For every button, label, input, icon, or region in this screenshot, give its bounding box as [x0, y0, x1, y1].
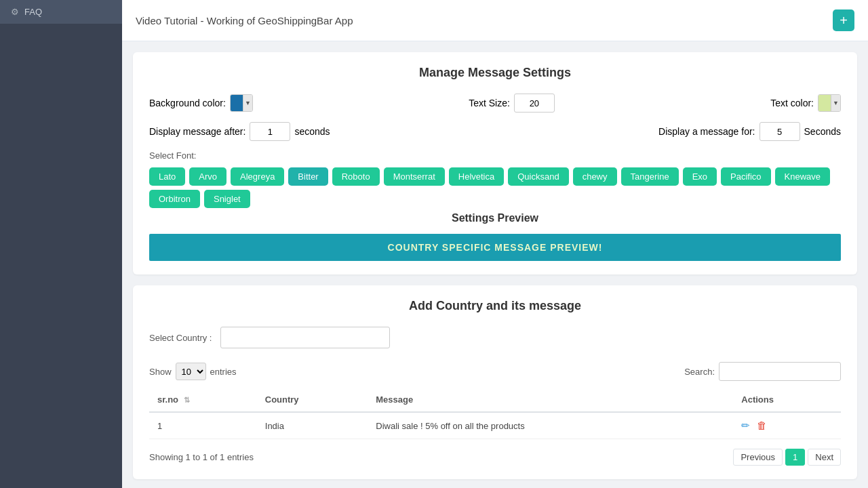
preview-title: Settings Preview [149, 212, 841, 224]
select-country-label: Select Country : [149, 333, 212, 343]
country-select-input[interactable] [220, 327, 390, 348]
font-btn-orbitron[interactable]: Orbitron [149, 190, 200, 208]
main-content: Video Tutorial - Working of GeoShippingB… [122, 0, 868, 488]
sidebar: ⚙ FAQ [0, 0, 122, 488]
text-size-label: Text Size: [469, 98, 510, 108]
sidebar-item-faq[interactable]: ⚙ FAQ [0, 0, 122, 24]
search-input[interactable] [719, 362, 841, 381]
page-title: Video Tutorial - Working of GeoShippingB… [136, 15, 353, 26]
table-row: 1 India Diwali sale ! 5% off on all the … [149, 412, 841, 439]
font-label: Select Font: [149, 150, 841, 161]
delete-icon[interactable]: 🗑 [757, 420, 767, 431]
table-header-row: sr.no ⇅ Country Message Actions [149, 388, 841, 412]
search-label: Search: [684, 367, 715, 377]
text-color-label: Text color: [770, 98, 814, 108]
next-button[interactable]: Next [808, 449, 841, 466]
font-btn-chewy[interactable]: chewy [573, 167, 617, 186]
bg-color-box [231, 95, 243, 111]
bg-color-group: Background color: ▼ [149, 94, 253, 112]
text-size-input[interactable] [514, 94, 555, 113]
font-btn-exo[interactable]: Exo [683, 167, 717, 186]
text-color-box [818, 95, 831, 111]
col-country: Country [257, 388, 368, 412]
font-btn-tangerine[interactable]: Tangerine [621, 167, 679, 186]
country-card-title: Add Country and its message [149, 299, 841, 313]
cell-srno: 1 [149, 412, 257, 439]
settings-row-1: Background color: ▼ Text Size: Text colo… [149, 94, 841, 113]
font-buttons: LatoArvoAlegreyaBitterRobotoMontserratHe… [149, 167, 841, 208]
entries-label: entries [210, 367, 237, 377]
search-area: Search: [684, 362, 841, 381]
country-table: sr.no ⇅ Country Message Actions 1 Ind [149, 388, 841, 439]
font-btn-montserrat[interactable]: Montserrat [384, 167, 445, 186]
pagination-row: Showing 1 to 1 of 1 entries Previous 1 N… [149, 449, 841, 466]
gear-icon: ⚙ [11, 7, 19, 17]
display-after-group: Display message after: seconds [149, 122, 330, 141]
preview-bar: COUNTRY SPECIFIC MESSAGE PREVIEW! [149, 234, 841, 261]
text-color-arrow: ▼ [831, 95, 840, 111]
add-button[interactable]: + [833, 9, 854, 31]
font-btn-sniglet[interactable]: Sniglet [204, 190, 250, 208]
bg-color-swatch[interactable]: ▼ [230, 94, 253, 112]
display-for-unit: Seconds [804, 126, 841, 137]
font-btn-quicksand[interactable]: Quicksand [508, 167, 568, 186]
show-label: Show [149, 367, 172, 377]
cell-actions: ✏ 🗑 [733, 412, 841, 439]
message-settings-title: Manage Message Settings [149, 66, 841, 80]
previous-button[interactable]: Previous [733, 449, 783, 466]
settings-row-2: Display message after: seconds Display a… [149, 122, 841, 141]
sidebar-item-label: FAQ [24, 7, 42, 17]
display-after-label: Display message after: [149, 126, 245, 137]
bg-color-label: Background color: [149, 98, 226, 108]
edit-icon[interactable]: ✏ [741, 420, 750, 431]
col-message: Message [368, 388, 733, 412]
entries-select[interactable]: 10 25 50 [176, 363, 206, 380]
display-for-label: Display a message for: [658, 126, 755, 137]
topbar: Video Tutorial - Working of GeoShippingB… [122, 0, 868, 41]
text-size-group: Text Size: [469, 94, 555, 113]
font-btn-bitter[interactable]: Bitter [288, 167, 328, 186]
font-btn-pacifico[interactable]: Pacifico [721, 167, 771, 186]
bg-color-arrow: ▼ [243, 95, 252, 111]
show-entries-group: Show 10 25 50 entries [149, 363, 237, 380]
display-for-group: Display a message for: Seconds [658, 122, 841, 141]
display-after-unit: seconds [294, 126, 330, 137]
col-srno: sr.no ⇅ [149, 388, 257, 412]
font-btn-knewave[interactable]: Knewave [775, 167, 830, 186]
select-country-row: Select Country : [149, 327, 841, 348]
col-actions: Actions [733, 388, 841, 412]
sort-icon: ⇅ [184, 396, 190, 404]
page-1-button[interactable]: 1 [785, 449, 805, 466]
cell-country: India [257, 412, 368, 439]
country-card: Add Country and its message Select Count… [133, 285, 857, 479]
text-color-swatch[interactable]: ▼ [818, 94, 841, 112]
font-btn-alegreya[interactable]: Alegreya [231, 167, 284, 186]
font-btn-arvo[interactable]: Arvo [189, 167, 226, 186]
table-controls: Show 10 25 50 entries Search: [149, 362, 841, 381]
pagination-buttons: Previous 1 Next [733, 449, 841, 466]
text-color-group: Text color: ▼ [770, 94, 841, 112]
message-settings-card: Manage Message Settings Background color… [133, 52, 857, 274]
font-btn-lato[interactable]: Lato [149, 167, 185, 186]
font-btn-roboto[interactable]: Roboto [332, 167, 380, 186]
cell-message: Diwali sale ! 5% off on all the products [368, 412, 733, 439]
display-after-input[interactable] [250, 122, 290, 141]
table-footer-text: Showing 1 to 1 of 1 entries [149, 452, 254, 462]
font-btn-helvetica[interactable]: Helvetica [449, 167, 504, 186]
display-for-input[interactable] [760, 122, 800, 141]
